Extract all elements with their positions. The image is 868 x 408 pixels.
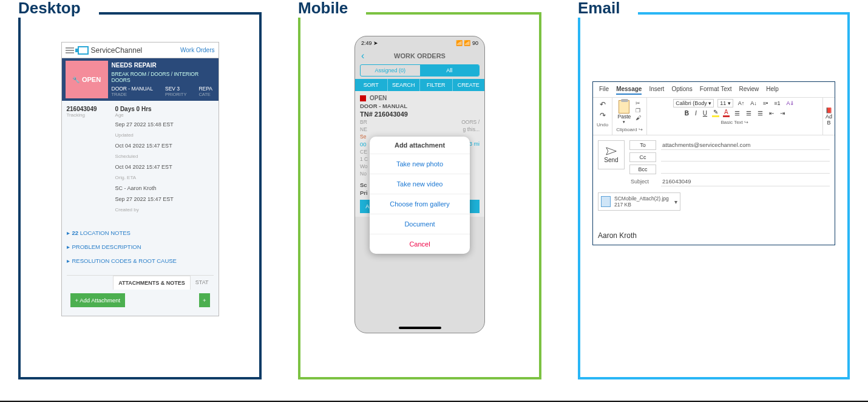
tracking-label: Tracking: [67, 112, 97, 118]
expand-links: 22 LOCATION NOTES PROBLEM DESCRIPTION RE…: [67, 222, 214, 271]
size-select[interactable]: 11 ▾: [717, 99, 733, 107]
tab-options[interactable]: Options: [671, 84, 692, 95]
tool-create[interactable]: CREATE: [453, 79, 485, 91]
cc-button[interactable]: Cc: [629, 152, 656, 162]
grow-font-icon[interactable]: A↑: [737, 100, 746, 106]
desktop-title: Desktop: [18, 0, 99, 18]
mobile-nav: ‹ WORK ORDERS: [355, 50, 484, 62]
group-undo: ↶ ↷ Undo: [593, 98, 612, 135]
sheet-choose-gallery[interactable]: Choose from gallery: [370, 194, 470, 214]
undo-icon[interactable]: ↶: [600, 100, 606, 109]
align-left-icon[interactable]: ☰: [733, 110, 741, 117]
tab-file[interactable]: File: [599, 84, 609, 95]
card-tn: TN# 216043049: [360, 110, 480, 118]
font-color-icon[interactable]: A: [723, 109, 730, 117]
tool-filter[interactable]: FILTER: [420, 79, 453, 91]
highlight-icon[interactable]: ✎: [712, 109, 719, 117]
sheet-cancel[interactable]: Cancel: [370, 234, 470, 254]
segment-assigned[interactable]: Assigned (0): [361, 65, 420, 76]
desktop-body: 216043049 Tracking 0 Days 0 Hrs Age Sep …: [62, 101, 219, 316]
address-book-icon[interactable]: 📕: [826, 107, 832, 114]
age-value: 0 Days 0 Hrs: [115, 106, 174, 112]
work-orders-link[interactable]: Work Orders: [180, 47, 215, 53]
tool-search[interactable]: SEARCH: [388, 79, 421, 91]
align-center-icon[interactable]: ☰: [745, 110, 753, 117]
clipboard-icon: [619, 100, 629, 114]
shrink-font-icon[interactable]: A↓: [749, 100, 758, 106]
ribbon-tabs: File Message Insert Options Format Text …: [593, 82, 835, 97]
group-clipboard: Paste ▾ ✂ ❐ 🖌 Clipboard ↪: [612, 98, 646, 135]
cc-input[interactable]: [661, 153, 830, 162]
resolution-codes-link[interactable]: RESOLUTION CODES & ROOT CAUSE: [67, 254, 214, 268]
mobile-app: 2:49 ➤ 📶 📶 90 ‹ WORK ORDERS Assigned (0)…: [354, 36, 485, 333]
status-time: 2:49 ➤: [361, 40, 378, 46]
stop-icon: [360, 95, 366, 101]
paste-button[interactable]: Paste ▾: [617, 100, 631, 124]
underline-icon[interactable]: U: [702, 110, 708, 117]
sheet-document[interactable]: Document: [370, 214, 470, 234]
tracking-number: 216043049: [67, 106, 97, 112]
back-icon[interactable]: ‹: [361, 50, 364, 61]
tab-attachments-notes[interactable]: ATTACHMENTS & NOTES: [113, 276, 191, 290]
tab-format-text[interactable]: Format Text: [700, 84, 732, 95]
redo-icon[interactable]: ↷: [600, 111, 606, 120]
mobile-panel: Mobile 2:49 ➤ 📶 📶 90 ‹ WORK ORDERS Assig…: [298, 12, 541, 379]
font-select[interactable]: Calibri (Body ▾: [673, 99, 714, 107]
bcc-input[interactable]: [661, 165, 830, 174]
segment-all[interactable]: All: [420, 65, 480, 76]
cut-icon[interactable]: ✂: [636, 100, 641, 106]
sheet-take-video[interactable]: Take new video: [370, 174, 470, 194]
detail-tabs: ATTACHMENTS & NOTES STAT: [67, 275, 214, 290]
clear-format-icon[interactable]: A⇓: [785, 100, 796, 106]
send-button[interactable]: Send: [598, 140, 625, 169]
group-basic-text: Calibri (Body ▾ 11 ▾ A↑ A↓ ≡• ≡1 A⇓ B I …: [647, 98, 823, 135]
home-indicator[interactable]: [399, 327, 441, 329]
italic-icon[interactable]: I: [694, 110, 698, 117]
attachment-chip[interactable]: SCMobile_Attach(2).jpg 217 KB: [598, 192, 680, 211]
col-category-value: REPA: [198, 86, 212, 92]
indent-decrease-icon[interactable]: ⇤: [768, 110, 775, 117]
to-button[interactable]: To: [629, 140, 656, 150]
attachment-sheet: Add attachment Take new photo Take new v…: [370, 137, 470, 254]
attachment-name: SCMobile_Attach(2).jpg: [614, 195, 669, 202]
tab-review[interactable]: Review: [739, 84, 759, 95]
desktop-panel: Desktop ServiceChannel Work Orders OPEN …: [18, 12, 262, 379]
brand-text: ServiceChannel: [91, 46, 143, 55]
bcc-button[interactable]: Bcc: [629, 165, 656, 174]
location-notes-link[interactable]: 22 LOCATION NOTES: [67, 226, 214, 240]
hamburger-icon[interactable]: [66, 47, 74, 53]
add-plus-button[interactable]: +: [199, 293, 210, 307]
bold-icon[interactable]: B: [683, 110, 690, 117]
card-trade: DOOR - MANUAL: [360, 103, 480, 109]
signature-name: Aaron Kroth: [598, 231, 830, 240]
brand-logo[interactable]: ServiceChannel: [78, 46, 143, 55]
ribbon: ↶ ↷ Undo Paste ▾ ✂ ❐: [593, 97, 835, 135]
needs-repair-label: NEEDS REPAIR: [112, 62, 214, 69]
sheet-take-photo[interactable]: Take new photo: [370, 154, 470, 174]
indent-increase-icon[interactable]: ⇥: [779, 110, 786, 117]
email-app: File Message Insert Options Format Text …: [592, 81, 835, 245]
format-painter-icon[interactable]: 🖌: [636, 115, 641, 121]
mobile-title: Mobile: [298, 0, 366, 18]
subject-input[interactable]: 216043049: [661, 177, 830, 186]
card-status: OPEN: [360, 95, 480, 101]
align-right-icon[interactable]: ☰: [756, 110, 764, 117]
tab-help[interactable]: Help: [766, 84, 779, 95]
numbering-icon[interactable]: ≡1: [773, 100, 781, 106]
tab-message[interactable]: Message: [616, 84, 642, 95]
to-input[interactable]: attachments@servicechannel.com: [661, 140, 830, 150]
status-icons: 📶 📶 90: [456, 40, 478, 46]
send-icon: [606, 147, 617, 155]
tab-stat[interactable]: STAT: [191, 276, 214, 290]
col-trade-value: DOOR - MANUAL: [112, 86, 153, 92]
problem-description-link[interactable]: PROBLEM DESCRIPTION: [67, 240, 214, 254]
copy-icon[interactable]: ❐: [636, 107, 641, 114]
mobile-toolbar: SORT SEARCH FILTER CREATE: [355, 79, 484, 91]
tab-insert[interactable]: Insert: [649, 84, 664, 95]
attachment-size: 217 KB: [614, 202, 669, 208]
add-attachment-button[interactable]: + Add Attachment: [70, 293, 126, 307]
age-label: Age: [115, 112, 174, 118]
col-priority-value: SEV 3: [165, 86, 186, 92]
tool-sort[interactable]: SORT: [355, 79, 388, 91]
bullets-icon[interactable]: ≡•: [762, 100, 769, 106]
